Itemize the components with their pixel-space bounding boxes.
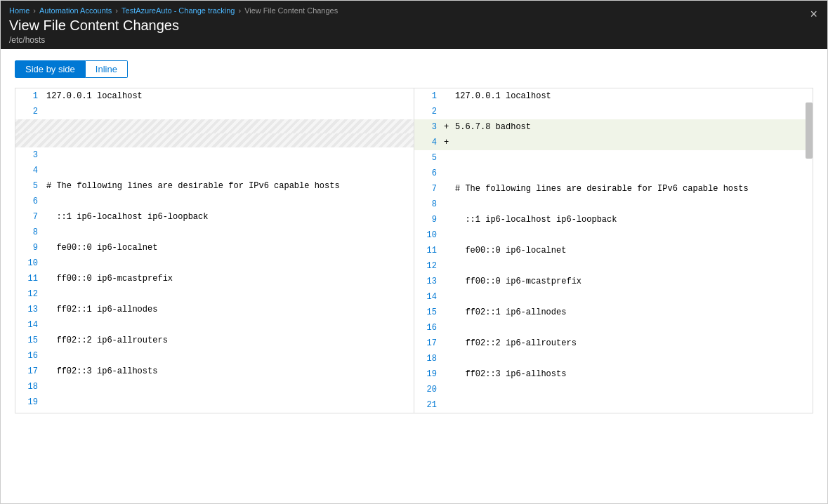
breadcrumb: Home › Automation Accounts › TestAzureAu…: [9, 6, 819, 15]
table-row: 9 ::1 ip6-localhost ip6-loopback: [414, 212, 813, 227]
line-number: 7: [15, 209, 44, 225]
line-marker: [442, 397, 452, 413]
table-row: 16: [414, 320, 813, 336]
line-number: 16: [414, 320, 442, 336]
table-row: 17 ff02::2 ip6-allrouters: [414, 336, 813, 351]
line-number: 2: [15, 104, 44, 119]
line-content: # The following lines are desirable for …: [44, 178, 414, 194]
line-content: [44, 104, 414, 119]
line-number: 14: [15, 317, 44, 333]
line-number: 8: [15, 225, 44, 240]
table-row: 7 ::1 ip6-localhost ip6-loopback: [15, 209, 414, 225]
modal-overlay: Home › Automation Accounts › TestAzureAu…: [0, 0, 828, 504]
tab-bar: Side by side Inline: [15, 60, 813, 78]
breadcrumb-change-tracking[interactable]: TestAzureAuto - Change tracking: [121, 6, 235, 15]
diff-container: 1127.0.0.1 localhost2345# The following …: [15, 88, 813, 413]
table-row: 7# The following lines are desirable for…: [414, 181, 813, 197]
table-row: 12: [15, 286, 414, 302]
line-content: [452, 351, 813, 366]
line-number: 4: [414, 135, 442, 150]
line-number: 15: [414, 305, 442, 320]
line-content: [44, 163, 414, 178]
line-number: 15: [15, 333, 44, 348]
table-row: 10: [15, 256, 414, 271]
table-row: 2: [414, 104, 813, 119]
table-row: 4: [15, 163, 414, 178]
diff-left-pane[interactable]: 1127.0.0.1 localhost2345# The following …: [15, 88, 414, 413]
line-number: 10: [414, 227, 442, 243]
table-row: 4+: [414, 135, 813, 150]
line-number: 6: [414, 166, 442, 181]
tab-inline[interactable]: Inline: [86, 60, 128, 78]
breadcrumb-sep-1: ›: [33, 6, 36, 15]
line-marker: [442, 336, 452, 351]
table-row: 14: [15, 317, 414, 333]
line-content: [44, 256, 414, 271]
line-number: 1: [414, 88, 442, 104]
line-content: ::1 ip6-localhost ip6-loopback: [452, 212, 813, 227]
line-content: [44, 394, 414, 410]
breadcrumb-sep-2: ›: [115, 6, 118, 15]
line-marker: [442, 351, 452, 366]
line-content: [44, 348, 414, 364]
line-content: 127.0.0.1 localhost: [44, 88, 414, 104]
line-content: ff00::0 ip6-mcastprefix: [44, 271, 414, 286]
line-content: [452, 104, 813, 119]
line-number: 14: [414, 289, 442, 305]
table-row: 14: [414, 289, 813, 305]
line-number: 2: [414, 104, 442, 119]
line-content: fe00::0 ip6-localnet: [452, 243, 813, 258]
line-number: 4: [15, 163, 44, 178]
table-row: 8: [15, 225, 414, 240]
line-content: ff02::2 ip6-allrouters: [452, 336, 813, 351]
line-content: [44, 133, 414, 147]
close-button[interactable]: ×: [810, 8, 817, 20]
line-marker: +: [442, 119, 452, 135]
line-marker: +: [442, 135, 452, 150]
table-row: 11 fe00::0 ip6-localnet: [414, 243, 813, 258]
line-content: ::1 ip6-localhost ip6-loopback: [44, 209, 414, 225]
line-number: 20: [414, 382, 442, 397]
line-number: 10: [15, 256, 44, 271]
table-row: 21: [414, 397, 813, 413]
table-row: 13 ff02::1 ip6-allnodes: [15, 302, 414, 317]
tab-side-by-side[interactable]: Side by side: [15, 60, 86, 78]
table-row: 18: [15, 379, 414, 394]
table-row: 1127.0.0.1 localhost: [15, 88, 414, 104]
modal-body: Side by side Inline 1127.0.0.1 localhost…: [1, 49, 827, 503]
table-row: 6: [15, 194, 414, 209]
breadcrumb-home[interactable]: Home: [9, 6, 29, 15]
table-row: 19 ff02::3 ip6-allhosts: [414, 366, 813, 382]
line-content: [452, 197, 813, 212]
diff-right-pane[interactable]: 1127.0.0.1 localhost23+5.6.7.8 badhost4+…: [414, 88, 813, 413]
line-content: [44, 286, 414, 302]
table-row: 16: [15, 348, 414, 364]
line-number: 19: [15, 394, 44, 410]
line-content: ff00::0 ip6-mcastprefix: [452, 274, 813, 289]
table-row: 15 ff02::1 ip6-allnodes: [414, 305, 813, 320]
line-number: 12: [414, 258, 442, 274]
table-row: 3: [15, 147, 414, 163]
line-content: 5.6.7.8 badhost: [452, 119, 813, 135]
line-marker: [442, 212, 452, 227]
breadcrumb-automation-accounts[interactable]: Automation Accounts: [39, 6, 112, 15]
scrollbar-thumb[interactable]: [806, 102, 813, 159]
line-number: 17: [15, 364, 44, 379]
table-row: 2: [15, 104, 414, 119]
line-marker: [442, 88, 452, 104]
line-content: [44, 147, 414, 163]
line-content: [452, 227, 813, 243]
line-number: 19: [414, 366, 442, 382]
table-row: 11 ff00::0 ip6-mcastprefix: [15, 271, 414, 286]
line-number: 7: [414, 181, 442, 197]
line-content: [452, 135, 813, 150]
line-marker: [442, 382, 452, 397]
table-row: 13 ff00::0 ip6-mcastprefix: [414, 274, 813, 289]
table-row: 12: [414, 258, 813, 274]
line-content: [452, 382, 813, 397]
line-number: 11: [15, 271, 44, 286]
table-row: 1127.0.0.1 localhost: [414, 88, 813, 104]
line-content: [44, 119, 414, 133]
line-content: ff02::2 ip6-allrouters: [44, 333, 414, 348]
line-marker: [442, 305, 452, 320]
